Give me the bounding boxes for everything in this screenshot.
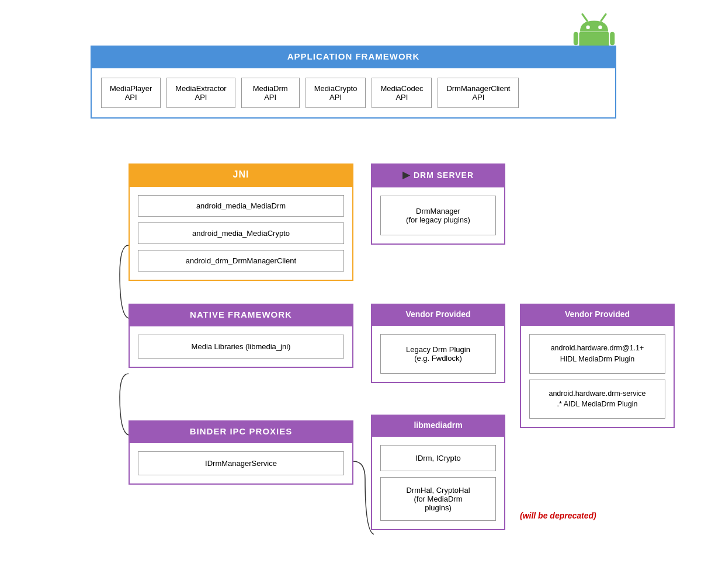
drm-server-item: DrmManager(for legacy plugins) [380, 196, 496, 235]
jni-header: JNI [129, 163, 353, 186]
app-framework-header: APPLICATION FRAMEWORK [91, 46, 616, 67]
api-box-mediaplayer: MediaPlayerAPI [101, 78, 161, 108]
libmediadrm-body: IDrm, ICrypto DrmHal, CryptoHal(for Medi… [371, 436, 505, 530]
drm-server-section: ▶ DRM SERVER DrmManager(for legacy plugi… [371, 163, 505, 245]
libmediadrm-item-drmhal: DrmHal, CryptoHal(for MediaDrmplugins) [380, 477, 496, 521]
drm-server-header: ▶ DRM SERVER [371, 163, 505, 186]
jni-item-drmmanagerclient: android_drm_DrmManagerClient [138, 250, 344, 272]
jni-body: android_media_MediaDrm android_media_Med… [129, 186, 353, 281]
svg-rect-6 [610, 32, 615, 45]
api-box-mediacrypto: MediaCryptoAPI [306, 78, 366, 108]
native-framework-section: NATIVE FRAMEWORK Media Libraries (libmed… [129, 304, 353, 368]
svg-rect-5 [574, 32, 578, 45]
vendor-left-item: Legacy Drm Plugin(e.g. Fwdlock) [380, 334, 496, 374]
app-framework-body: MediaPlayerAPI MediaExtractorAPI MediaDr… [91, 67, 616, 119]
drm-arrow-icon: ▶ [402, 169, 410, 180]
native-framework-header: NATIVE FRAMEWORK [129, 304, 353, 325]
libmediadrm-header: libmediadrm [371, 415, 505, 436]
deprecated-text: (will be deprecated) [520, 511, 596, 520]
diagram-container: APPLICATION FRAMEWORK MediaPlayerAPI Med… [0, 0, 708, 588]
api-box-mediadrm: MediaDrmAPI [241, 78, 300, 108]
api-box-mediacodec: MediaCodecAPI [372, 78, 432, 108]
binder-body: IDrmManagerService [129, 442, 353, 485]
libmediadrm-item-idrm: IDrm, ICrypto [380, 445, 496, 471]
binder-section: BINDER IPC PROXIES IDrmManagerService [129, 420, 353, 485]
svg-point-3 [598, 26, 602, 29]
vendor-left-header: Vendor Provided [371, 304, 505, 325]
binder-item-idrmmanagerservice: IDrmManagerService [138, 451, 344, 475]
api-box-drmmanagerclient: DrmManagerClientAPI [438, 78, 519, 108]
vendor-right-header: Vendor Provided [520, 304, 675, 325]
native-item-media: Media Libraries (libmedia_jni) [138, 335, 344, 359]
drm-server-body: DrmManager(for legacy plugins) [371, 186, 505, 245]
vendor-left-section: Vendor Provided Legacy Drm Plugin(e.g. F… [371, 304, 505, 383]
api-box-mediaextractor: MediaExtractorAPI [166, 78, 235, 108]
jni-section: JNI android_media_MediaDrm android_media… [129, 163, 353, 281]
svg-line-1 [601, 14, 606, 20]
vendor-right-item-hidl: android.hardware.drm@1.1+HIDL MediaDrm P… [529, 334, 665, 374]
vendor-left-body: Legacy Drm Plugin(e.g. Fwdlock) [371, 325, 505, 383]
app-framework-section: APPLICATION FRAMEWORK MediaPlayerAPI Med… [91, 46, 616, 119]
svg-line-0 [582, 14, 587, 20]
libmediadrm-section: libmediadrm IDrm, ICrypto DrmHal, Crypto… [371, 415, 505, 530]
vendor-right-section: Vendor Provided android.hardware.drm@1.1… [520, 304, 675, 428]
jni-item-mediadrm: android_media_MediaDrm [138, 195, 344, 217]
native-framework-body: Media Libraries (libmedia_jni) [129, 325, 353, 368]
binder-header: BINDER IPC PROXIES [129, 420, 353, 442]
jni-item-mediacrypto: android_media_MediaCrypto [138, 222, 344, 244]
svg-point-2 [586, 26, 589, 29]
vendor-right-body: android.hardware.drm@1.1+HIDL MediaDrm P… [520, 325, 675, 428]
vendor-right-item-aidl: android.hardware.drm-service.* AIDL Medi… [529, 380, 665, 419]
